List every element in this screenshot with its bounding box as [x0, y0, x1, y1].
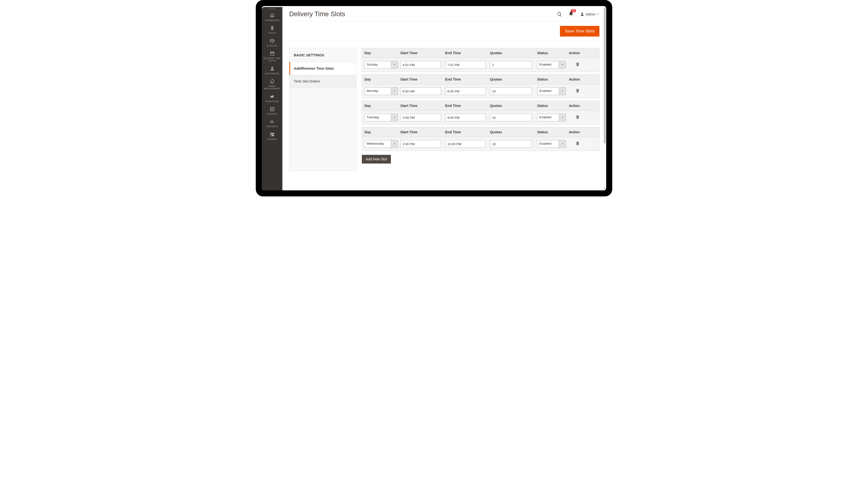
start-time-input[interactable]: [400, 140, 441, 148]
add-new-slot-button[interactable]: Add New Slot: [362, 155, 391, 164]
sidebar-item-content[interactable]: CONTENT: [262, 104, 282, 117]
trash-icon: [576, 62, 580, 67]
day-value: Tuesday: [365, 114, 391, 121]
quotas-input[interactable]: [490, 87, 532, 95]
gauge-icon: [270, 13, 275, 18]
start-time-input[interactable]: [400, 87, 441, 95]
status-select[interactable]: Enabled: [537, 87, 566, 95]
sidebar-label: CATALOG: [267, 44, 278, 47]
col-header-status: Status: [537, 77, 568, 81]
bars-icon: [270, 119, 275, 124]
scrollbar-thumb[interactable]: [604, 8, 606, 143]
storefront-icon: [270, 132, 275, 137]
col-header-quotas: Quotas: [490, 51, 537, 55]
chevron-down-icon: [391, 140, 398, 147]
end-time-input[interactable]: [445, 140, 486, 148]
day-select[interactable]: Sunday: [365, 61, 398, 69]
end-time-input[interactable]: [445, 87, 486, 95]
col-header-end: End Time: [445, 77, 490, 81]
col-header-status: Status: [537, 51, 568, 55]
header-actions: 24 Admin: [557, 11, 599, 18]
table-header-row: Day Start Time End Time Quotas Status Ac…: [362, 48, 599, 58]
save-time-slots-button[interactable]: Save Time Slots: [560, 26, 599, 37]
col-header-action: Action: [568, 130, 580, 134]
start-time-input[interactable]: [400, 114, 441, 122]
status-select[interactable]: Enabled: [537, 61, 566, 69]
end-time-input[interactable]: [445, 114, 486, 122]
sidebar-item-customers[interactable]: CUSTOMERS: [262, 64, 282, 77]
col-header-end: End Time: [445, 51, 490, 55]
layout-icon: [270, 106, 275, 112]
chevron-down-icon: [391, 114, 398, 121]
quotas-input[interactable]: [490, 140, 532, 148]
sidebar-item-sales[interactable]: SALES: [262, 24, 282, 36]
col-header-action: Action: [568, 77, 580, 81]
col-header-day: Day: [365, 51, 400, 55]
status-value: Enabled: [537, 61, 559, 68]
settings-item-time-slot-orders[interactable]: Time Slot Orders: [289, 75, 356, 88]
col-header-day: Day: [365, 130, 400, 134]
time-slot-block: Day Start Time End Time Quotas Status Ac…: [362, 127, 599, 151]
time-slot-block: Day Start Time End Time Quotas Status Ac…: [362, 101, 599, 125]
time-slots-table: Day Start Time End Time Quotas Status Ac…: [362, 48, 599, 171]
table-header-row: Day Start Time End Time Quotas Status Ac…: [362, 127, 599, 137]
user-name: Admin: [586, 12, 595, 16]
trash-icon: [576, 141, 580, 146]
calendar-icon: [270, 51, 275, 56]
delete-slot-button[interactable]: [576, 89, 580, 93]
sidebar-label: CONTENT: [267, 113, 278, 115]
table-row: Monday Enabled: [362, 84, 599, 98]
sidebar-item-reports[interactable]: REPORTS: [262, 117, 282, 130]
sidebar-label: DASHBOARD: [265, 19, 279, 22]
search-icon[interactable]: [557, 11, 562, 17]
table-header-row: Day Start Time End Time Quotas Status Ac…: [362, 101, 599, 111]
delete-slot-button[interactable]: [576, 62, 580, 67]
page-header: Delivery Time Slots 24 Admin: [289, 6, 599, 21]
sidebar-item-demo-management[interactable]: DEMO MANAGEMENT: [262, 77, 282, 92]
hexagon-icon: [270, 79, 275, 84]
settings-panel-title: BASIC SETTINGS: [289, 48, 356, 62]
table-row: Tuesday Enabled: [362, 111, 599, 124]
day-select[interactable]: Wednesday: [365, 140, 398, 148]
col-header-end: End Time: [445, 130, 490, 134]
end-time-input[interactable]: [445, 61, 486, 69]
trash-icon: [576, 115, 580, 119]
sidebar-item-catalog[interactable]: CATALOG: [262, 36, 282, 49]
status-select[interactable]: Enabled: [537, 140, 566, 148]
notification-badge: 24: [571, 9, 576, 12]
day-select[interactable]: Tuesday: [365, 114, 398, 122]
delete-slot-button[interactable]: [576, 141, 580, 146]
settings-item-add-remove[interactable]: Add/Remove Time Slots: [289, 62, 356, 75]
day-value: Monday: [365, 88, 391, 95]
day-select[interactable]: Monday: [365, 87, 398, 95]
chevron-down-icon: [391, 61, 398, 68]
status-select[interactable]: Enabled: [537, 114, 566, 122]
status-value: Enabled: [537, 114, 559, 121]
col-header-action: Action: [568, 104, 580, 108]
box-icon: [270, 38, 275, 43]
col-header-status: Status: [537, 130, 568, 134]
notifications-button[interactable]: 24: [568, 11, 574, 18]
col-header-start: Start Time: [400, 77, 445, 81]
table-header-row: Day Start Time End Time Quotas Status Ac…: [362, 74, 599, 84]
sidebar-item-dashboard[interactable]: DASHBOARD: [262, 11, 282, 24]
user-menu[interactable]: Admin: [580, 12, 599, 16]
quotas-input[interactable]: [490, 114, 532, 122]
sidebar-item-stores[interactable]: STORES: [262, 130, 282, 142]
sidebar-label: SALES: [268, 32, 276, 34]
sidebar-label: DELIVERY TIME SLOTS: [262, 57, 282, 62]
col-header-day: Day: [365, 104, 400, 108]
chevron-down-icon: [559, 114, 565, 121]
start-time-input[interactable]: [400, 61, 441, 69]
chevron-down-icon: [391, 88, 398, 95]
delete-slot-button[interactable]: [576, 115, 580, 119]
scrollbar[interactable]: [603, 7, 606, 190]
sidebar-item-delivery-time-slots[interactable]: DELIVERY TIME SLOTS: [262, 49, 282, 64]
status-value: Enabled: [537, 88, 559, 95]
status-value: Enabled: [537, 140, 559, 147]
col-header-start: Start Time: [400, 104, 445, 108]
col-header-quotas: Quotas: [490, 130, 537, 134]
quotas-input[interactable]: [490, 61, 532, 69]
sidebar-item-marketing[interactable]: MARKETING: [262, 92, 282, 104]
time-slot-block: Day Start Time End Time Quotas Status Ac…: [362, 74, 599, 98]
